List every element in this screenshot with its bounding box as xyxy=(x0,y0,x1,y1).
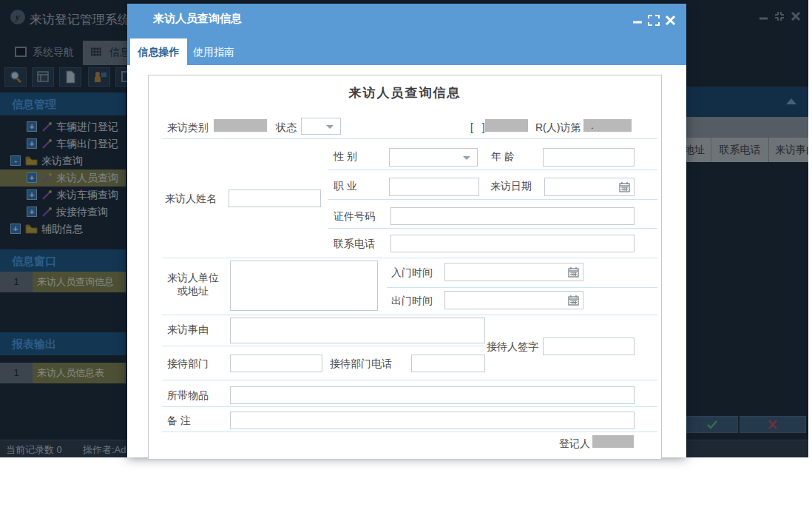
form-heading: 来访人员查询信息 xyxy=(149,84,661,101)
reception-dept-phone-label: 接待部门电话 xyxy=(330,357,392,371)
chevron-down-icon xyxy=(326,125,334,129)
dialog-maximize-button[interactable] xyxy=(648,15,659,26)
calendar-icon[interactable] xyxy=(619,181,630,192)
receptionist-sign-input[interactable] xyxy=(543,338,635,355)
entry-time-input[interactable] xyxy=(444,263,583,281)
exit-time-label: 出门时间 xyxy=(391,295,433,308)
screen: y 来访登记管理系统 系统导航 信息 xyxy=(0,0,812,507)
visit-type-redacted-value xyxy=(214,119,267,132)
calendar-icon[interactable] xyxy=(568,266,579,278)
bracket-redacted-value xyxy=(485,119,528,132)
unit-address-label: 来访人单位或地址 xyxy=(165,271,221,298)
id-number-input[interactable] xyxy=(390,207,635,225)
reception-dept-input[interactable] xyxy=(230,355,322,372)
id-number-label: 证件号码 xyxy=(334,210,375,224)
dialog-minimize-button[interactable] xyxy=(632,15,643,26)
visit-no-dot: . xyxy=(591,120,594,131)
unit-address-textarea[interactable] xyxy=(230,261,378,311)
gender-select[interactable] xyxy=(389,148,478,167)
dialog-close-button[interactable] xyxy=(665,15,676,26)
calendar-icon[interactable] xyxy=(568,295,579,306)
items-label: 所带物品 xyxy=(167,389,209,403)
age-input[interactable] xyxy=(543,148,635,167)
registrar-redacted-value xyxy=(592,435,634,448)
visit-date-input[interactable] xyxy=(544,178,635,196)
dialog-tab-bar: 信息操作 使用指南 xyxy=(127,33,686,65)
age-label: 年 龄 xyxy=(491,150,515,164)
reception-dept-phone-input[interactable] xyxy=(411,355,485,372)
visit-type-label: 来访类别 xyxy=(167,121,209,135)
tab-user-guide[interactable]: 使用指南 xyxy=(187,38,240,65)
items-input[interactable] xyxy=(230,386,635,404)
remarks-label: 备 注 xyxy=(167,414,191,428)
reception-dept-label: 接待部门 xyxy=(167,357,209,371)
gender-label: 性 别 xyxy=(334,150,357,164)
status-label: 状态 xyxy=(276,121,297,135)
occupation-input[interactable] xyxy=(389,178,479,196)
registrar-label: 登记人 xyxy=(559,437,590,451)
visitor-query-dialog: 来访人员查询信息 信息操作 使用指南 来访人员查询信息 来访类别 状态 xyxy=(127,4,686,457)
tab-info-operation[interactable]: 信息操作 xyxy=(130,38,187,65)
dialog-title: 来访人员查询信息 xyxy=(153,12,242,26)
dialog-content: 来访人员查询信息 来访类别 状态 [ ] R(人)访第 . 来访人姓名 性 xyxy=(127,65,686,457)
reason-textarea[interactable] xyxy=(230,318,485,343)
phone-input[interactable] xyxy=(390,235,635,252)
exit-time-input[interactable] xyxy=(444,291,583,309)
visit-date-label: 来访日期 xyxy=(490,180,532,193)
visitor-name-input[interactable] xyxy=(229,189,321,207)
entry-time-label: 入门时间 xyxy=(391,266,433,280)
receptionist-sign-label: 接待人签字 xyxy=(487,340,538,354)
occupation-label: 职 业 xyxy=(334,180,357,193)
reason-label: 来访事由 xyxy=(167,323,209,337)
chevron-down-icon xyxy=(463,156,470,160)
visit-no-redacted-value: . xyxy=(583,119,632,132)
status-select[interactable] xyxy=(301,118,341,135)
phone-label: 联系电话 xyxy=(334,238,375,251)
remarks-input[interactable] xyxy=(230,412,635,429)
form-panel: 来访人员查询信息 来访类别 状态 [ ] R(人)访第 . 来访人姓名 性 xyxy=(148,75,662,460)
visit-no-label: R(人)访第 xyxy=(535,121,581,135)
visitor-name-label: 来访人姓名 xyxy=(165,192,217,206)
